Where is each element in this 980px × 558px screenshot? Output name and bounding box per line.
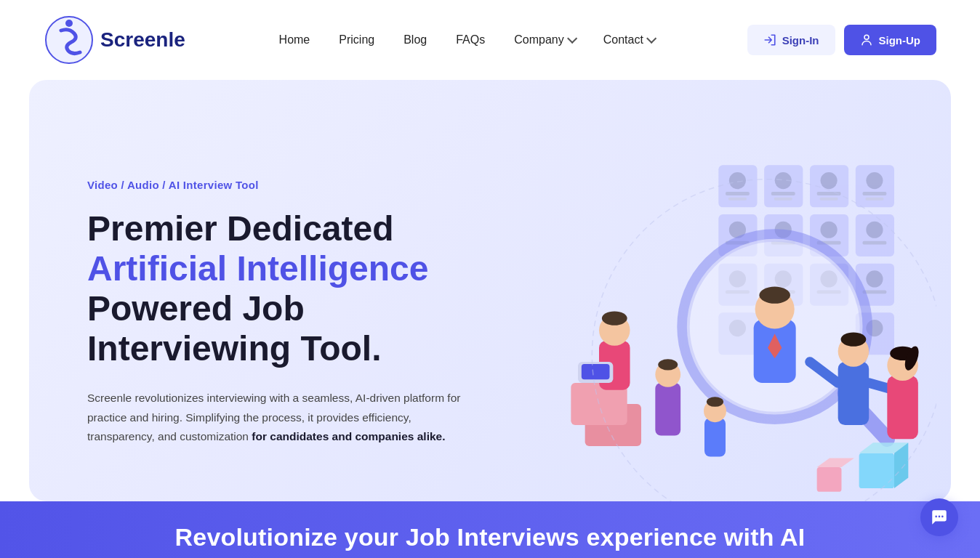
hero-content: Video / Audio / AI Interview Tool Premie… [87, 179, 480, 447]
signup-icon [860, 33, 873, 46]
bottom-banner: Revolutionize your Job Interviews experi… [0, 501, 980, 558]
svg-point-63 [841, 332, 867, 346]
signin-icon [763, 33, 776, 46]
svg-point-75 [707, 397, 723, 407]
svg-point-16 [866, 172, 883, 189]
svg-rect-9 [771, 192, 795, 195]
hero-description: Screenle revolutionizes interviewing wit… [87, 389, 480, 446]
hero-svg-illustration [515, 138, 936, 501]
svg-point-12 [821, 172, 838, 189]
svg-rect-18 [865, 198, 883, 201]
nav-links: Home Pricing Blog FAQs Company Contact [279, 33, 654, 46]
nav-item-faqs[interactable]: FAQs [456, 33, 485, 46]
logo-link[interactable]: Screenle [44, 15, 185, 65]
svg-point-83 [939, 516, 941, 518]
chevron-down-icon [646, 33, 656, 44]
nav-item-company[interactable]: Company [514, 33, 574, 46]
nav-company-dropdown[interactable]: Company [514, 33, 574, 46]
svg-rect-61 [838, 362, 869, 425]
nav-item-contact[interactable]: Contact [603, 33, 654, 46]
svg-point-58 [602, 311, 627, 325]
logo-text: Screenle [100, 28, 185, 52]
svg-point-1 [65, 20, 73, 27]
svg-rect-14 [820, 198, 838, 201]
nav-contact-dropdown[interactable]: Contact [603, 33, 654, 46]
svg-point-72 [658, 359, 678, 370]
svg-rect-76 [859, 453, 894, 488]
svg-point-84 [941, 516, 944, 518]
banner-text: Revolutionize your Job Interviews experi… [29, 523, 951, 551]
nav-item-blog[interactable]: Blog [403, 33, 427, 46]
svg-rect-10 [774, 198, 792, 201]
svg-rect-73 [704, 418, 726, 456]
svg-rect-60 [582, 364, 610, 379]
signin-button[interactable]: Sign-In [747, 25, 835, 55]
svg-rect-79 [817, 467, 842, 492]
nav-faqs-link[interactable]: FAQs [456, 33, 485, 46]
hero-illustration [480, 124, 893, 501]
svg-rect-6 [728, 198, 747, 201]
navbar: Screenle Home Pricing Blog FAQs Company … [0, 0, 980, 80]
nav-actions: Sign-In Sign-Up [747, 25, 936, 55]
hero-section: Video / Audio / AI Interview Tool Premie… [29, 80, 951, 501]
svg-point-4 [729, 172, 746, 189]
svg-point-2 [864, 35, 869, 39]
nav-blog-link[interactable]: Blog [403, 33, 427, 46]
chevron-down-icon [567, 33, 577, 44]
svg-rect-30 [863, 241, 887, 245]
svg-marker-80 [817, 458, 854, 467]
svg-point-41 [866, 270, 883, 287]
svg-point-29 [866, 222, 883, 238]
svg-rect-66 [887, 376, 918, 439]
svg-point-26 [821, 222, 838, 238]
nav-pricing-link[interactable]: Pricing [339, 33, 374, 46]
svg-rect-17 [863, 192, 887, 195]
chat-bubble-button[interactable] [920, 498, 958, 536]
logo-icon [44, 15, 95, 65]
chat-icon [930, 508, 949, 527]
nav-item-pricing[interactable]: Pricing [339, 33, 374, 46]
nav-item-home[interactable]: Home [279, 33, 310, 46]
nav-home-link[interactable]: Home [279, 33, 310, 46]
svg-rect-70 [655, 383, 680, 436]
hero-tag: Video / Audio / AI Interview Tool [87, 179, 480, 191]
svg-point-52 [759, 287, 790, 304]
svg-rect-5 [726, 192, 750, 195]
hero-title: Premier Dedicated Artificial Intelligenc… [87, 209, 480, 369]
signup-button[interactable]: Sign-Up [844, 25, 937, 55]
svg-point-82 [935, 516, 937, 518]
